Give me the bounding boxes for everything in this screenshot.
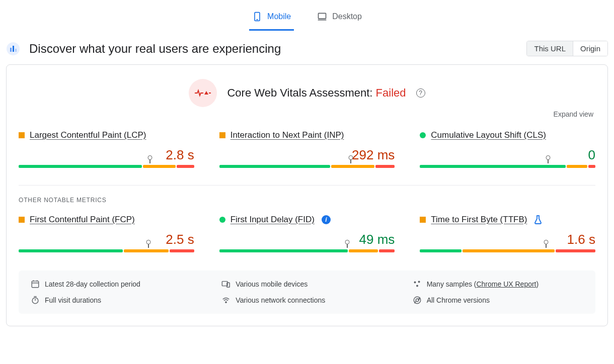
metric-fcp: First Contentful Paint (FCP) 2.5 s: [19, 215, 194, 252]
url-origin-toggle: This URL Origin: [526, 41, 608, 56]
metric-inp-name[interactable]: Interaction to Next Paint (INP): [231, 130, 344, 140]
stopwatch-icon: [31, 296, 40, 305]
crux-report-link[interactable]: Chrome UX Report: [476, 280, 536, 288]
help-icon[interactable]: ?: [416, 88, 425, 98]
info-samples: Many samples (Chrome UX Report): [413, 280, 583, 289]
device-tabs: Mobile Desktop: [0, 0, 614, 31]
metric-lcp-bar: [19, 165, 194, 168]
expand-view-link[interactable]: Expand view: [19, 110, 595, 118]
desktop-icon: [317, 11, 327, 22]
core-metrics: Largest Contentful Paint (LCP) 2.8 s Int…: [19, 130, 595, 168]
svg-point-16: [414, 281, 416, 283]
metric-lcp-value: 2.8 s: [19, 147, 194, 163]
info-icon[interactable]: i: [322, 215, 331, 224]
svg-rect-5: [10, 48, 12, 52]
assessment-row: Core Web Vitals Assessment: Failed ?: [19, 79, 595, 107]
metric-fid-bar: [219, 249, 395, 252]
assessment-label: Core Web Vitals Assessment:: [227, 86, 375, 99]
other-metrics: First Contentful Paint (FCP) 2.5 s First…: [19, 215, 595, 252]
crux-icon: [6, 42, 20, 56]
metric-cls-bar: [420, 165, 595, 168]
square-icon: [219, 132, 225, 138]
divider: [19, 185, 595, 186]
info-networks: Various network connections: [221, 296, 392, 305]
metric-fid-name[interactable]: First Input Delay (FID): [231, 215, 315, 225]
marker-icon: [548, 158, 549, 163]
marker-icon: [149, 158, 150, 163]
info-networks-text: Various network connections: [236, 296, 325, 304]
svg-rect-10: [32, 281, 39, 288]
info-versions-text: All Chrome versions: [427, 296, 490, 304]
network-icon: [221, 296, 231, 305]
circle-icon: [420, 132, 426, 138]
calendar-icon: [31, 280, 40, 289]
metric-ttfb: Time to First Byte (TTFB) 1.6 s: [420, 215, 595, 252]
metric-cls-name[interactable]: Cumulative Layout Shift (CLS): [431, 130, 546, 140]
metric-fcp-bar: [19, 249, 194, 252]
toggle-this-url[interactable]: This URL: [527, 41, 573, 56]
svg-rect-7: [15, 49, 17, 52]
metric-lcp-name[interactable]: Largest Contentful Paint (LCP): [30, 130, 146, 140]
devices-icon: [221, 280, 231, 289]
svg-rect-6: [13, 46, 14, 52]
info-durations-text: Full visit durations: [45, 296, 101, 304]
svg-point-18: [416, 285, 418, 287]
metric-lcp: Largest Contentful Paint (LCP) 2.8 s: [19, 130, 194, 168]
square-icon: [19, 217, 25, 223]
mobile-icon: [252, 11, 262, 22]
metric-cls: Cumulative Layout Shift (CLS) 0: [420, 130, 595, 168]
tab-mobile[interactable]: Mobile: [249, 6, 294, 31]
metric-inp-value: 292 ms: [219, 147, 395, 163]
flask-icon[interactable]: [534, 215, 542, 224]
info-footer: Latest 28-day collection period Various …: [19, 270, 595, 314]
svg-rect-2: [319, 13, 326, 19]
info-devices: Various mobile devices: [221, 280, 392, 289]
metric-cls-value: 0: [420, 147, 595, 163]
metric-ttfb-name[interactable]: Time to First Byte (TTFB): [431, 215, 527, 225]
tab-desktop[interactable]: Desktop: [314, 6, 365, 31]
metric-ttfb-value: 1.6 s: [420, 232, 595, 247]
assessment-text: Core Web Vitals Assessment: Failed: [227, 86, 406, 100]
vitals-card: Core Web Vitals Assessment: Failed ? Exp…: [6, 64, 608, 326]
assessment-status: Failed: [376, 86, 406, 99]
page-title: Discover what your real users are experi…: [29, 42, 281, 56]
other-metrics-label: OTHER NOTABLE METRICS: [19, 197, 595, 204]
marker-icon: [350, 158, 351, 163]
info-devices-text: Various mobile devices: [236, 280, 308, 288]
svg-point-17: [418, 281, 420, 283]
info-versions: All Chrome versions: [413, 296, 583, 305]
metric-inp: Interaction to Next Paint (INP) 292 ms: [219, 130, 395, 168]
page-header: Discover what your real users are experi…: [0, 31, 614, 64]
info-durations: Full visit durations: [31, 296, 201, 305]
marker-icon: [347, 243, 348, 248]
assessment-fail-icon: [189, 79, 217, 107]
square-icon: [420, 217, 426, 223]
tab-desktop-label: Desktop: [332, 12, 362, 21]
metric-fcp-value: 2.5 s: [19, 232, 194, 247]
info-period: Latest 28-day collection period: [31, 280, 201, 289]
metric-fcp-name[interactable]: First Contentful Paint (FCP): [30, 215, 135, 225]
metric-fid: First Input Delay (FID) i 49 ms: [219, 215, 395, 252]
marker-icon: [546, 243, 547, 248]
chrome-icon: [413, 296, 422, 305]
tab-mobile-label: Mobile: [267, 12, 291, 21]
svg-point-22: [225, 302, 226, 303]
marker-icon: [148, 243, 149, 248]
metric-fid-value: 49 ms: [219, 232, 395, 247]
toggle-origin[interactable]: Origin: [573, 41, 607, 56]
circle-icon: [219, 217, 225, 223]
info-samples-text: Many samples (Chrome UX Report): [427, 280, 539, 288]
metric-inp-bar: [219, 165, 395, 168]
info-period-text: Latest 28-day collection period: [45, 280, 140, 288]
metric-ttfb-bar: [420, 249, 595, 252]
samples-icon: [413, 280, 422, 289]
square-icon: [19, 132, 25, 138]
svg-point-19: [32, 298, 38, 304]
